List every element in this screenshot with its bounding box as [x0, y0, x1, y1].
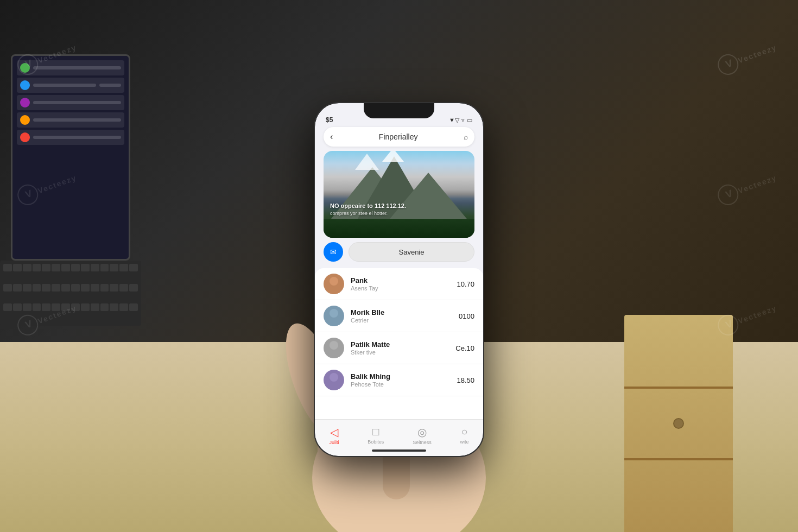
nav-item-bobites[interactable]: □ Bobites	[368, 426, 384, 445]
message-icon-button[interactable]: ✉	[324, 242, 343, 262]
key	[52, 303, 60, 311]
drawer-handle-1	[674, 419, 683, 428]
screen-line	[33, 84, 96, 87]
key	[100, 264, 109, 271]
nav-item-wite[interactable]: ○ wite	[460, 426, 469, 445]
svg-text:Vecteezy: Vecteezy	[737, 303, 778, 326]
key	[81, 303, 90, 311]
back-button[interactable]: ‹	[330, 132, 333, 142]
signal-icon: ▼▽	[449, 117, 459, 124]
key	[52, 264, 60, 271]
save-button[interactable]: Savenie	[349, 242, 474, 262]
hero-image: NO oppeaire to 112 112.12. compres yor s…	[324, 151, 474, 238]
svg-text:Vecteezy: Vecteezy	[737, 173, 778, 195]
contact-subtitle: Stker tive	[351, 349, 449, 356]
watermark: V Vecteezy	[713, 163, 785, 215]
avatar	[324, 370, 344, 390]
nav-seitness-label: Seitness	[413, 440, 432, 445]
status-icons: ▼▽ ▿ ▭	[449, 117, 472, 124]
key	[33, 264, 41, 271]
laptop-keyboard	[0, 261, 141, 326]
key	[91, 284, 99, 292]
svg-point-26	[327, 286, 340, 294]
nav-item-juiiti[interactable]: ◁ Juiiti	[329, 426, 339, 445]
contact-value: 0100	[459, 312, 474, 320]
key	[119, 303, 128, 311]
search-bar[interactable]: ‹ Finperialley ⌕	[324, 127, 474, 147]
key	[23, 303, 31, 311]
snow-cap-2	[382, 151, 404, 162]
home-indicator	[372, 449, 426, 452]
key	[42, 284, 50, 292]
phone-notch	[364, 103, 434, 118]
key	[110, 284, 118, 292]
contact-item[interactable]: Morik Blle Cetrier 0100	[315, 300, 483, 332]
laptop-screen-row	[17, 60, 124, 75]
laptop-screen-row	[17, 78, 124, 93]
key	[91, 303, 99, 311]
nav-seitness-icon: ◎	[417, 426, 427, 439]
nav-item-seitness[interactable]: ◎ Seitness	[413, 426, 432, 445]
screen-line	[33, 136, 121, 139]
key	[33, 303, 41, 311]
search-input[interactable]: Finperialley	[337, 132, 459, 141]
status-time: $5	[326, 116, 333, 124]
svg-text:V: V	[724, 187, 735, 200]
svg-text:Vecteezy: Vecteezy	[737, 43, 778, 65]
phone-screen: $5 ▼▽ ▿ ▭ ‹ Finperialley ⌕	[315, 103, 483, 456]
hero-text-overlay: NO oppeaire to 112 112.12. compres yor s…	[330, 202, 468, 216]
hero-title: NO oppeaire to 112 112.12.	[330, 202, 468, 210]
key	[42, 303, 50, 311]
key	[3, 303, 12, 311]
contact-info: Balik Mhing Pehose Tote	[351, 372, 450, 388]
avatar	[324, 306, 344, 326]
key	[52, 284, 60, 292]
svg-point-28	[327, 318, 340, 326]
nav-wite-label: wite	[460, 439, 469, 445]
svg-point-3	[715, 52, 740, 77]
key	[61, 284, 70, 292]
contact-item[interactable]: Balik Mhing Pehose Tote 18.50	[315, 364, 483, 396]
key	[129, 303, 138, 311]
drawer-gap-2	[624, 458, 733, 460]
background: V Vecteezy V Vecteezy V Vecteezy V Vecte…	[0, 0, 798, 532]
search-icon[interactable]: ⌕	[464, 132, 468, 141]
contact-info: Pank Asens Tay	[351, 276, 450, 292]
key	[13, 284, 22, 292]
key	[23, 264, 31, 271]
save-label: Savenie	[399, 248, 425, 256]
key	[3, 284, 12, 292]
key	[100, 303, 109, 311]
status-dot	[20, 98, 30, 107]
tree-line	[324, 219, 474, 238]
contact-value: 18.50	[457, 376, 474, 384]
svg-point-9	[715, 182, 740, 207]
nav-bobites-label: Bobites	[368, 439, 384, 445]
contact-item[interactable]: Patlik Matte Stker tive Ce.10	[315, 332, 483, 364]
nav-juiiti-icon: ◁	[330, 426, 338, 439]
action-buttons: ✉ Savenie	[324, 242, 474, 262]
contact-item[interactable]: Pank Asens Tay 10.70	[315, 268, 483, 300]
key	[81, 284, 90, 292]
laptop-screen	[11, 54, 130, 261]
contact-subtitle: Pehose Tote	[351, 381, 450, 388]
wifi-icon: ▿	[461, 117, 465, 124]
laptop-screen-row	[17, 130, 124, 145]
battery-icon: ▭	[467, 117, 472, 124]
laptop-screen-row	[17, 95, 124, 110]
key	[42, 264, 50, 271]
svg-point-30	[327, 350, 340, 358]
key	[110, 303, 118, 311]
svg-point-27	[330, 309, 338, 318]
key	[100, 284, 109, 292]
svg-text:V: V	[724, 57, 735, 70]
nav-bobites-icon: □	[372, 426, 379, 438]
nav-wite-icon: ○	[461, 426, 467, 438]
key	[71, 284, 80, 292]
nav-juiiti-label: Juiiti	[329, 440, 339, 445]
contact-info: Patlik Matte Stker tive	[351, 340, 449, 356]
status-dot	[20, 80, 30, 90]
status-dot	[20, 115, 30, 125]
svg-point-32	[327, 382, 340, 390]
key	[119, 284, 128, 292]
